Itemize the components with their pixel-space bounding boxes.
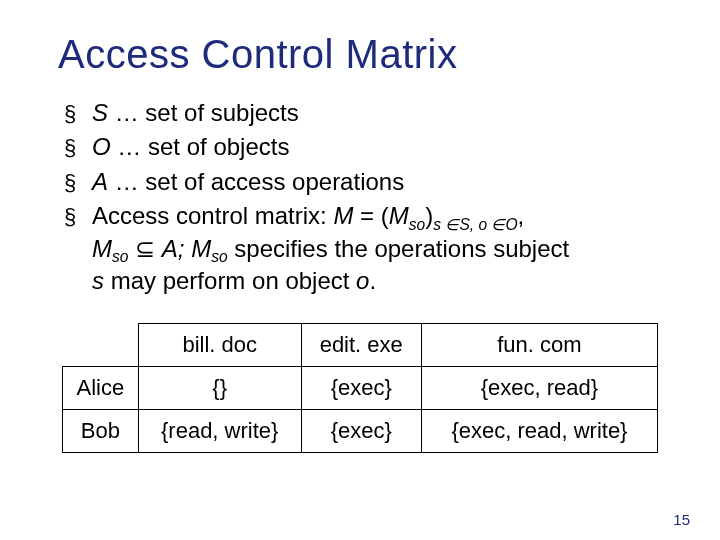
slide: Access Control Matrix S … set of subject… xyxy=(0,0,720,540)
b4-tailsub: s ∈S, o ∈O xyxy=(433,216,517,233)
b4-spec: specifies the operations subject xyxy=(228,235,570,262)
bullet-1-text: … set of subjects xyxy=(108,99,299,126)
bullet-2-text: … set of objects xyxy=(111,133,290,160)
table-row: Alice {} {exec} {exec, read} xyxy=(62,367,657,410)
cell-0-0: {} xyxy=(138,367,301,410)
bullet-3: A … set of access operations xyxy=(64,166,684,198)
cell-1-2: {exec, read, write} xyxy=(421,410,657,453)
b4-comma: , xyxy=(518,202,525,229)
b4-Mso2: M xyxy=(92,235,112,262)
col-header-1: edit. exe xyxy=(301,324,421,367)
b4-dot: . xyxy=(369,267,376,294)
b4-Mso3: M xyxy=(191,235,211,262)
b4-sub1: so xyxy=(409,216,425,233)
bullet-3-symbol: A xyxy=(92,168,108,195)
bullet-2-symbol: O xyxy=(92,133,111,160)
bullet-list: S … set of subjects O … set of objects A… xyxy=(36,97,684,297)
access-matrix-table: bill. doc edit. exe fun. com Alice {} {e… xyxy=(62,323,658,453)
cell-0-1: {exec} xyxy=(301,367,421,410)
b4-o: o xyxy=(356,267,369,294)
b4-A: A; xyxy=(162,235,185,262)
table-row: Bob {read, write} {exec} {exec, read, wr… xyxy=(62,410,657,453)
b4-Mso1: M xyxy=(389,202,409,229)
b4-sub3: so xyxy=(211,248,227,265)
col-header-0: bill. doc xyxy=(138,324,301,367)
cell-1-1: {exec} xyxy=(301,410,421,453)
b4-s: s xyxy=(92,267,104,294)
table-header-row: bill. doc edit. exe fun. com xyxy=(62,324,657,367)
bullet-3-text: … set of access operations xyxy=(108,168,404,195)
row-header-1: Bob xyxy=(62,410,138,453)
bullet-1-symbol: S xyxy=(92,99,108,126)
table-corner xyxy=(62,324,138,367)
b4-eq: = ( xyxy=(360,202,389,229)
b4-sub2: so xyxy=(112,248,128,265)
bullet-4: Access control matrix: M = (Mso)s ∈S, o … xyxy=(64,200,684,297)
cell-1-0: {read, write} xyxy=(138,410,301,453)
b4-mid: may perform on object xyxy=(104,267,356,294)
page-title: Access Control Matrix xyxy=(58,32,684,77)
bullet-2: O … set of objects xyxy=(64,131,684,163)
bullet-1: S … set of subjects xyxy=(64,97,684,129)
cell-0-2: {exec, read} xyxy=(421,367,657,410)
b4-M: M xyxy=(333,202,353,229)
row-header-0: Alice xyxy=(62,367,138,410)
b4-subset: ⊆ xyxy=(128,235,161,262)
b4-intro: Access control matrix: xyxy=(92,202,333,229)
page-number: 15 xyxy=(673,511,690,528)
col-header-2: fun. com xyxy=(421,324,657,367)
